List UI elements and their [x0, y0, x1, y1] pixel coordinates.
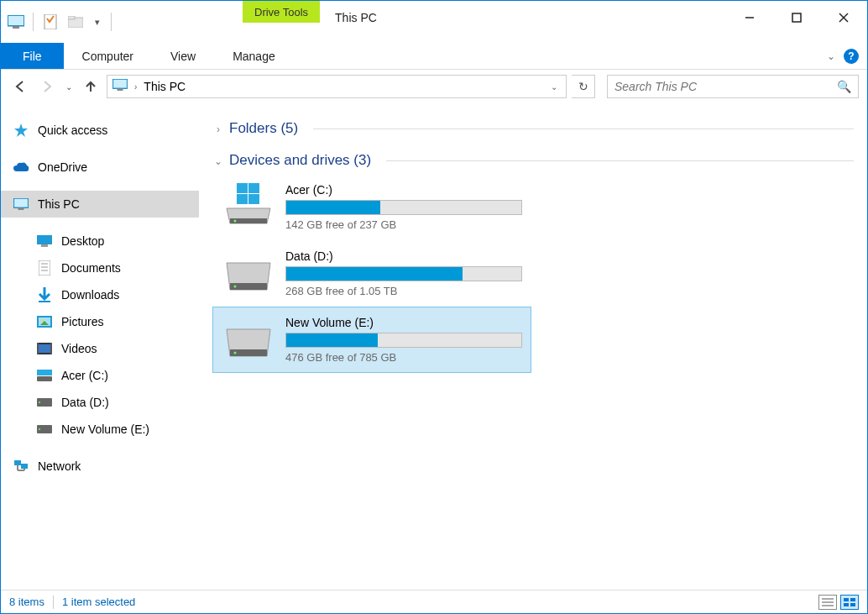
svg-point-38 — [39, 428, 40, 430]
search-icon[interactable]: 🔍 — [837, 80, 851, 93]
window-title: This PC — [320, 1, 726, 43]
nav-label: Acer (C:) — [61, 369, 108, 382]
tab-computer[interactable]: Computer — [64, 43, 152, 69]
svg-rect-18 — [41, 244, 48, 247]
new-folder-icon[interactable] — [65, 12, 86, 32]
qat-dropdown-icon[interactable]: ▾ — [91, 12, 104, 32]
qat-separator — [33, 13, 34, 31]
svg-rect-31 — [50, 343, 52, 354]
help-icon[interactable]: ? — [844, 49, 859, 64]
refresh-button[interactable]: ↻ — [572, 75, 595, 98]
drive-name: New Volume (E:) — [285, 316, 522, 329]
drive-icon — [222, 249, 275, 291]
nav-label: Quick access — [38, 123, 107, 137]
nav-label: Pictures — [61, 315, 104, 328]
address-dropdown-icon[interactable]: ⌄ — [547, 82, 561, 92]
capacity-fill — [286, 333, 378, 347]
drive-info: Acer (C:) 142 GB free of 237 GB — [285, 183, 522, 231]
group-devices-label: Devices and drives (3) — [229, 152, 371, 169]
os-drive-icon — [222, 183, 275, 225]
svg-rect-45 — [248, 183, 259, 193]
search-input[interactable] — [614, 80, 837, 93]
app-icon[interactable] — [6, 12, 26, 32]
svg-rect-33 — [44, 370, 52, 375]
videos-icon — [36, 340, 53, 357]
nav-drive-e[interactable]: New Volume (E:) — [1, 416, 199, 443]
nav-label: Videos — [61, 342, 97, 355]
svg-rect-60 — [844, 598, 849, 601]
search-box[interactable]: 🔍 — [607, 75, 859, 98]
close-button[interactable] — [820, 1, 867, 34]
nav-pictures[interactable]: Pictures — [1, 308, 199, 335]
nav-drive-c[interactable]: Acer (C:) — [1, 362, 199, 389]
svg-rect-7 — [792, 13, 801, 22]
group-folders-label: Folders (5) — [229, 120, 298, 137]
tiles-view-button[interactable] — [840, 595, 859, 610]
nav-drive-d[interactable]: Data (D:) — [1, 389, 199, 416]
expand-ribbon-icon[interactable]: ⌄ — [827, 50, 835, 62]
address-bar[interactable]: › This PC ⌄ — [107, 75, 567, 98]
svg-rect-34 — [37, 376, 52, 381]
svg-rect-17 — [37, 235, 52, 244]
minimize-button[interactable] — [726, 1, 773, 34]
explorer-window: ▾ Drive Tools This PC File Computer View… — [0, 0, 868, 614]
group-folders-header[interactable]: › Folders (5) — [212, 110, 854, 142]
nav-documents[interactable]: Documents — [1, 255, 199, 281]
maximize-button[interactable] — [773, 1, 820, 34]
recent-locations-button[interactable]: ⌄ — [63, 76, 75, 97]
forward-button[interactable] — [36, 76, 58, 97]
nav-label: New Volume (E:) — [61, 422, 149, 436]
up-button[interactable] — [80, 76, 102, 97]
view-mode-switcher — [818, 595, 859, 610]
drive-name: Acer (C:) — [285, 183, 522, 197]
nav-downloads[interactable]: Downloads — [1, 281, 199, 308]
nav-label: Desktop — [61, 234, 104, 248]
svg-rect-40 — [21, 464, 28, 469]
chevron-down-icon[interactable]: ⌄ — [212, 155, 224, 167]
nav-label: This PC — [38, 197, 80, 211]
nav-label: Data (D:) — [61, 396, 109, 409]
svg-marker-13 — [14, 123, 28, 137]
capacity-fill — [286, 267, 463, 281]
properties-icon[interactable] — [40, 12, 60, 32]
svg-rect-1 — [8, 16, 24, 25]
nav-label: OneDrive — [38, 160, 87, 174]
breadcrumb-chevron-icon[interactable]: › — [134, 82, 137, 92]
nav-desktop[interactable]: Desktop — [1, 228, 199, 255]
status-separator — [53, 596, 54, 609]
chevron-right-icon[interactable]: › — [212, 123, 224, 135]
back-button[interactable] — [9, 76, 31, 97]
details-view-button[interactable] — [818, 595, 837, 610]
drive-icon — [36, 421, 53, 438]
svg-point-50 — [234, 220, 237, 223]
nav-onedrive[interactable]: OneDrive — [1, 154, 199, 181]
group-devices-header[interactable]: ⌄ Devices and drives (3) — [212, 142, 854, 174]
nav-network[interactable]: Network — [1, 453, 199, 480]
monitor-icon — [13, 196, 29, 213]
title-bar: ▾ Drive Tools This PC — [1, 1, 867, 43]
svg-point-56 — [234, 352, 237, 354]
svg-rect-32 — [37, 370, 44, 375]
svg-rect-39 — [14, 460, 21, 465]
nav-videos[interactable]: Videos — [1, 335, 199, 362]
svg-rect-2 — [13, 26, 19, 29]
svg-point-36 — [39, 401, 40, 403]
tab-file[interactable]: File — [1, 43, 64, 69]
nav-quick-access[interactable]: Quick access — [1, 117, 199, 144]
drive-e[interactable]: New Volume (E:) 476 GB free of 785 GB — [212, 307, 531, 373]
tab-manage[interactable]: Manage — [214, 43, 294, 69]
drive-d[interactable]: Data (D:) 268 GB free of 1.05 TB — [212, 240, 531, 307]
drive-free-text: 268 GB free of 1.05 TB — [285, 285, 522, 297]
this-pc-icon — [112, 79, 128, 94]
address-row: ⌄ › This PC ⌄ ↻ 🔍 — [1, 70, 867, 103]
drive-c[interactable]: Acer (C:) 142 GB free of 237 GB — [212, 174, 531, 240]
status-selected: 1 item selected — [62, 596, 135, 608]
drive-free-text: 142 GB free of 237 GB — [285, 218, 522, 231]
breadcrumb-location[interactable]: This PC — [144, 80, 186, 93]
nav-label: Network — [38, 459, 81, 473]
navigation-pane: Quick access OneDrive This PC Desktop Do… — [1, 103, 199, 590]
drive-name: Data (D:) — [285, 249, 522, 263]
tab-view[interactable]: View — [152, 43, 214, 69]
nav-this-pc[interactable]: This PC — [1, 191, 199, 218]
drive-tools-label: Drive Tools — [243, 1, 320, 23]
